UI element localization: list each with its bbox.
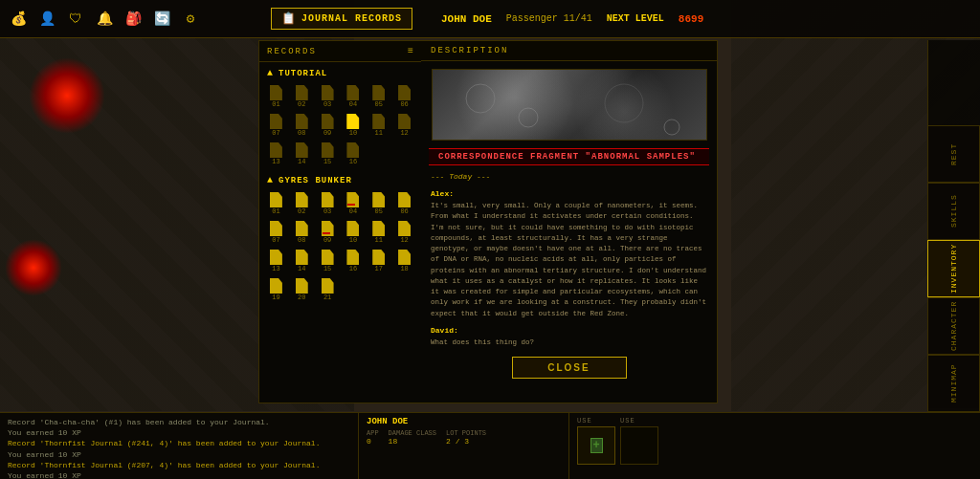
record-file-icon xyxy=(322,250,334,265)
list-item[interactable]: 13 xyxy=(264,141,288,167)
app-label: APP xyxy=(367,429,379,437)
list-item[interactable]: 18 xyxy=(392,248,416,274)
list-item[interactable]: 12 xyxy=(392,112,416,139)
record-file-icon xyxy=(346,85,359,100)
list-item[interactable]: 01 xyxy=(264,190,288,217)
journal-tab[interactable]: 📋 JOURNAL RECORDS xyxy=(271,8,412,30)
record-image xyxy=(432,69,707,141)
description-header: DESCRIPTION xyxy=(421,41,717,61)
description-panel: DESCRIPTION CORRESPONDENCE FRAGMENT "ABN… xyxy=(421,40,718,403)
nav-refresh-icon[interactable]: 🔄 xyxy=(151,9,172,30)
list-item[interactable]: 05 xyxy=(367,190,390,217)
nav-person-icon[interactable]: 👤 xyxy=(36,9,57,30)
list-item[interactable]: 12 xyxy=(392,219,416,246)
list-item[interactable]: 20 xyxy=(290,276,314,303)
list-item[interactable]: 07 xyxy=(264,112,288,139)
inv-slot-1[interactable] xyxy=(577,426,615,465)
list-item[interactable]: 16 xyxy=(342,141,366,167)
list-item[interactable]: 06 xyxy=(392,83,416,110)
list-item[interactable]: 14 xyxy=(290,248,314,274)
stat-app: APP 0 xyxy=(367,428,379,446)
list-item[interactable]: 15 xyxy=(316,248,340,274)
tab-rest[interactable]: REST xyxy=(927,125,980,183)
inv-use-label: USE xyxy=(577,417,615,425)
list-item[interactable]: 02 xyxy=(290,190,314,217)
records-filter-icon[interactable]: ≡ xyxy=(408,46,413,56)
list-item[interactable]: 08 xyxy=(290,219,314,246)
list-item[interactable]: 21 xyxy=(316,276,340,303)
records-header: RECORDS ≡ xyxy=(259,41,421,62)
item-plus-icon xyxy=(590,438,603,453)
log-line: Record 'Thornfist Journal (#207, 4)' has… xyxy=(8,460,350,470)
list-item[interactable]: 14 xyxy=(290,141,314,167)
list-item[interactable]: 04 xyxy=(342,190,366,217)
tutorial-expand-icon[interactable]: ▲ xyxy=(267,68,274,78)
list-item[interactable]: 07 xyxy=(264,219,288,246)
record-file-icon xyxy=(296,221,308,236)
bottom-bar: Record 'Cha-cha-cha' (#1) has been added… xyxy=(0,412,980,479)
record-file-icon xyxy=(346,192,359,207)
list-item[interactable]: 11 xyxy=(367,219,390,246)
records-panel: RECORDS ≡ ▲ TUTORIAL 01 02 03 04 05 xyxy=(258,40,421,403)
record-file-icon xyxy=(270,192,282,207)
red-light-2 xyxy=(5,239,62,296)
record-file-icon xyxy=(296,85,308,100)
tab-character[interactable]: CHARACTER xyxy=(927,297,980,355)
record-file-icon xyxy=(296,142,308,158)
list-item[interactable]: 03 xyxy=(316,83,340,110)
nav-coin-icon[interactable]: 💰 xyxy=(8,9,29,30)
inv-slot-2[interactable] xyxy=(620,426,658,465)
list-item[interactable]: 16 xyxy=(342,248,366,274)
log-line: Record 'Cha-cha-cha' (#1) has been added… xyxy=(8,417,350,427)
list-item[interactable]: 10 xyxy=(342,112,366,139)
dialog-text-1: It's small, very small. Only a couple of… xyxy=(431,201,707,319)
inventory-area: USE USE xyxy=(569,413,980,479)
record-file-icon xyxy=(322,278,334,294)
list-item[interactable]: 02 xyxy=(290,83,314,110)
gyres-expand-icon[interactable]: ▲ xyxy=(267,175,274,185)
record-file-icon xyxy=(270,114,282,129)
list-item[interactable]: 15 xyxy=(316,141,340,167)
player-name: JOHN DOE xyxy=(441,13,492,25)
record-file-icon xyxy=(270,142,282,158)
list-item[interactable]: 03 xyxy=(316,190,340,217)
top-nav-icons: 💰 👤 🛡 🔔 🎒 🔄 ⚙ xyxy=(8,9,266,30)
tab-minimap[interactable]: MINIMAP xyxy=(927,355,980,412)
record-file-icon xyxy=(322,142,334,158)
log-line: You earned 10 XP xyxy=(8,427,350,438)
record-file-icon xyxy=(346,221,359,236)
list-item[interactable]: 01 xyxy=(264,83,288,110)
list-item[interactable]: 19 xyxy=(264,276,288,303)
record-file-icon xyxy=(372,114,385,129)
record-file-icon xyxy=(398,85,411,100)
list-item[interactable]: 13 xyxy=(264,248,288,274)
record-file-icon xyxy=(372,221,385,236)
list-item[interactable]: 09 xyxy=(316,112,340,139)
journal-tab-label: JOURNAL RECORDS xyxy=(301,13,402,24)
inv-use-section: USE xyxy=(577,417,615,465)
nav-bag-icon[interactable]: 🎒 xyxy=(122,9,144,30)
list-item[interactable]: 05 xyxy=(367,83,390,110)
tab-inventory[interactable]: INVENTORY xyxy=(927,240,980,297)
list-item[interactable]: 17 xyxy=(367,248,390,274)
record-file-icon xyxy=(372,192,385,207)
nav-gear-icon[interactable]: ⚙ xyxy=(180,9,201,30)
list-item[interactable]: 11 xyxy=(367,112,390,139)
nav-bell-icon[interactable]: 🔔 xyxy=(94,9,115,30)
list-item[interactable]: 06 xyxy=(392,190,416,217)
log-line: You earned 10 XP xyxy=(8,470,350,479)
tab-skills[interactable]: SKILLS xyxy=(927,183,980,240)
nav-shield-icon[interactable]: 🛡 xyxy=(65,9,86,30)
list-item[interactable]: 04 xyxy=(342,83,366,110)
close-button[interactable]: CLOSE xyxy=(512,357,627,379)
record-file-icon xyxy=(398,192,411,207)
record-file-icon xyxy=(346,250,359,265)
player-panel: JOHN DOE APP 0 DAMAGE CLASS 18 LOT POINT… xyxy=(359,413,569,479)
list-item[interactable]: 09 xyxy=(316,219,340,246)
record-file-icon xyxy=(296,192,308,207)
list-item[interactable]: 08 xyxy=(290,112,314,139)
list-item[interactable]: 10 xyxy=(342,219,366,246)
log-line: Record 'Thornfist Journal (#241, 4)' has… xyxy=(8,438,350,448)
record-file-icon xyxy=(296,278,308,294)
player-info: JOHN DOE Passenger 11/41 NEXT LEVEL 8699 xyxy=(441,13,972,25)
